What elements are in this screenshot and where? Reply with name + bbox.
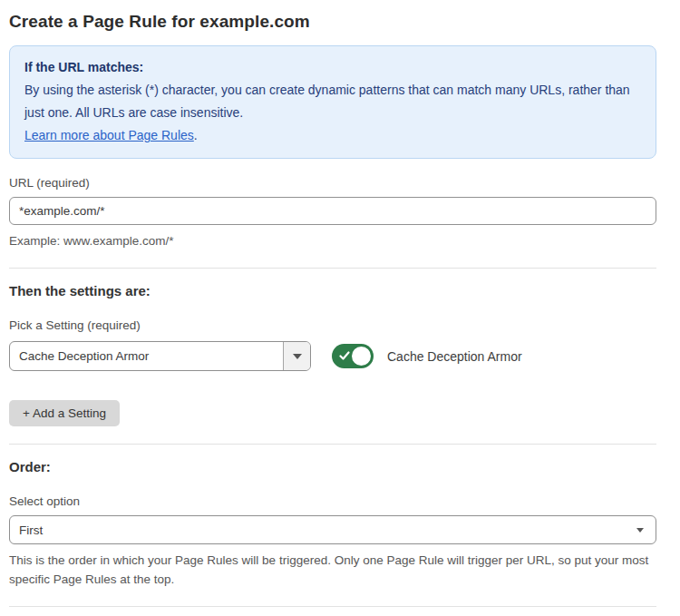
divider-after-settings <box>9 444 656 445</box>
toggle-knob <box>350 345 373 367</box>
setting-row: Cache Deception Armor Cache Deception Ar… <box>9 341 656 371</box>
learn-more-link[interactable]: Learn more about Page Rules <box>24 128 194 142</box>
check-icon <box>339 350 350 361</box>
info-box-body: By using the asterisk (*) character, you… <box>24 79 641 124</box>
chevron-down-icon <box>636 528 644 533</box>
setting-toggle[interactable] <box>332 344 374 368</box>
order-select-value: First <box>19 523 43 537</box>
order-select-label: Select option <box>9 494 656 508</box>
url-match-info-box: If the URL matches: By using the asteris… <box>9 45 656 159</box>
setting-toggle-label: Cache Deception Armor <box>387 349 522 364</box>
page-title: Create a Page Rule for example.com <box>9 12 656 32</box>
info-box-link-line: Learn more about Page Rules. <box>24 124 641 147</box>
order-section-heading: Order: <box>9 459 656 474</box>
pick-setting-label: Pick a Setting (required) <box>9 318 656 332</box>
settings-section-heading: Then the settings are: <box>9 283 656 298</box>
add-setting-button[interactable]: + Add a Setting <box>9 400 120 426</box>
url-field-group: URL (required) Example: www.example.com/… <box>9 176 656 250</box>
setting-dropdown-value: Cache Deception Armor <box>10 342 283 370</box>
info-box-heading: If the URL matches: <box>24 56 641 79</box>
setting-dropdown-arrow-button[interactable] <box>283 342 310 370</box>
setting-dropdown[interactable]: Cache Deception Armor <box>9 341 311 371</box>
divider-after-order <box>9 606 656 607</box>
link-suffix-period: . <box>194 128 198 142</box>
divider-after-url <box>9 268 656 269</box>
url-input[interactable] <box>9 197 656 225</box>
url-example-helper: Example: www.example.com/* <box>9 231 656 250</box>
chevron-down-icon <box>293 354 302 359</box>
url-label: URL (required) <box>9 176 656 190</box>
order-helper-text: This is the order in which your Page Rul… <box>9 551 656 589</box>
create-page-rule-panel: Create a Page Rule for example.com If th… <box>0 0 680 616</box>
setting-toggle-group: Cache Deception Armor <box>332 344 522 368</box>
order-select[interactable]: First <box>9 515 656 544</box>
